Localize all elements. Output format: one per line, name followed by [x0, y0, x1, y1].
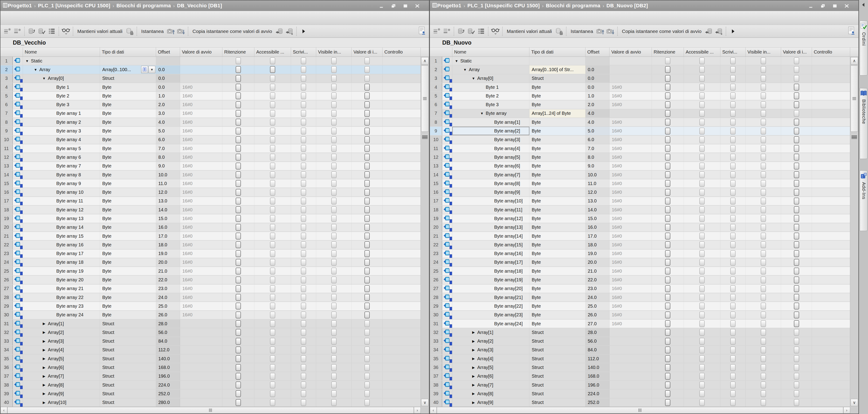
checkbox[interactable] [665, 110, 670, 117]
checkbox[interactable] [700, 154, 705, 161]
checkbox[interactable] [794, 250, 799, 257]
checkbox[interactable] [236, 75, 241, 82]
horizontal-scrollbar[interactable]: ‹› [0, 407, 421, 414]
checkbox[interactable] [270, 171, 275, 178]
start-value-cell[interactable]: 16#0 [180, 171, 222, 179]
checkbox[interactable] [365, 312, 370, 318]
name-cell[interactable]: Byte 3 [452, 100, 529, 109]
name-cell[interactable]: Byte array 2 [23, 118, 100, 126]
datatype-cell[interactable]: Struct [529, 363, 585, 372]
name-cell[interactable]: ▶Array[9] [452, 399, 529, 407]
datatype-cell[interactable]: Byte [100, 127, 156, 135]
checkbox[interactable] [794, 312, 799, 318]
start-value-cell[interactable] [180, 57, 222, 65]
checkbox[interactable] [700, 233, 705, 240]
table-row[interactable]: 28Byte array[21]Byte24.016#0 [430, 293, 850, 301]
name-cell[interactable]: Byte array[15] [452, 241, 529, 249]
checkbox[interactable] [301, 198, 306, 204]
checkbox[interactable] [301, 382, 306, 388]
start-value-cell[interactable] [180, 328, 222, 337]
checkbox[interactable] [665, 364, 670, 371]
checkbox[interactable] [270, 320, 275, 327]
table-row[interactable]: 6Byte 3Byte2.016#0 [430, 100, 850, 109]
checkbox[interactable] [665, 84, 670, 91]
checkbox[interactable] [236, 390, 241, 397]
datatype-cell[interactable]: Struct [100, 381, 156, 389]
checkbox[interactable] [236, 277, 241, 283]
checkbox[interactable] [270, 259, 275, 266]
name-cell[interactable]: Byte array 16 [23, 241, 100, 249]
name-cell[interactable]: Byte array 14 [23, 223, 100, 231]
browse-datatype-button[interactable] [141, 66, 148, 73]
column-header-valore-di-avvio[interactable]: Valore di avvio [180, 47, 222, 57]
start-value-cell[interactable] [610, 65, 652, 74]
checkbox[interactable] [301, 267, 306, 275]
checkbox[interactable] [331, 399, 337, 406]
table-row[interactable]: 22Byte array 16Byte18.016#0 [0, 241, 421, 249]
checkbox[interactable] [270, 277, 275, 283]
checkbox[interactable] [700, 215, 705, 222]
checkbox[interactable] [761, 215, 766, 222]
checkbox[interactable] [301, 57, 306, 64]
checkbox[interactable] [236, 110, 241, 117]
checkbox[interactable] [761, 302, 766, 310]
checkbox[interactable] [301, 136, 306, 143]
scroll-right-button[interactable]: › [843, 407, 850, 414]
name-cell[interactable]: Byte array[19] [452, 276, 529, 284]
checkbox[interactable] [331, 180, 337, 187]
checkbox[interactable] [301, 259, 306, 266]
checkbox[interactable] [301, 355, 306, 362]
checkbox[interactable] [761, 198, 766, 204]
side-tab-ordini[interactable]: Ordini [860, 21, 868, 75]
name-cell[interactable]: Byte array[10] [452, 197, 529, 205]
column-header-scrivi[interactable]: Scrivi... [720, 47, 746, 57]
table-row[interactable]: 19Byte array 13Byte15.016#0 [0, 214, 421, 223]
datatype-cell[interactable]: Byte [529, 320, 585, 328]
side-tab-biblioteche[interactable]: Biblioteche [860, 88, 868, 159]
expand-expander-icon[interactable]: ▶ [40, 374, 48, 378]
table-row[interactable]: 29Byte array[22]Byte25.016#0 [430, 302, 850, 310]
checkbox[interactable] [365, 267, 370, 275]
checkbox[interactable] [365, 66, 370, 73]
checkbox[interactable] [270, 285, 275, 292]
checkbox[interactable] [700, 136, 705, 143]
checkbox[interactable] [665, 233, 670, 240]
checkbox[interactable] [730, 110, 736, 117]
table-row[interactable]: 24Byte array 18Byte20.016#0 [0, 258, 421, 266]
datatype-cell[interactable]: Byte [100, 205, 156, 214]
name-cell[interactable]: Byte array 8 [23, 171, 100, 179]
checkbox[interactable] [700, 277, 705, 283]
checkbox[interactable] [270, 84, 275, 91]
table-row[interactable]: 40▶Array[9]Struct252.0 [430, 399, 850, 407]
name-cell[interactable]: Byte array 3 [23, 127, 100, 135]
start-value-cell[interactable] [610, 363, 652, 372]
datatype-cell[interactable]: Struct [100, 337, 156, 345]
checkbox[interactable] [331, 171, 337, 178]
checkbox[interactable] [365, 382, 370, 388]
datatype-cell[interactable]: Byte [529, 100, 585, 109]
expand-expander-icon[interactable]: ▶ [470, 339, 477, 343]
checkbox[interactable] [301, 312, 306, 318]
checkbox[interactable] [331, 154, 337, 161]
table-row[interactable]: 31▶Array[1]Struct28.0 [0, 320, 421, 328]
table-row[interactable]: 17Byte array[10]Byte13.016#0 [430, 197, 850, 205]
datatype-cell[interactable]: Struct [529, 354, 585, 363]
checkbox[interactable] [365, 241, 370, 248]
checkbox[interactable] [761, 180, 766, 187]
checkbox[interactable] [365, 329, 370, 336]
checkbox[interactable] [794, 399, 799, 406]
checkbox[interactable] [700, 66, 705, 73]
start-value-cell[interactable]: 16#0 [180, 223, 222, 231]
table-row[interactable]: 21Byte array 15Byte17.016#0 [0, 232, 421, 240]
app-window-icon[interactable] [432, 3, 437, 9]
checkbox[interactable] [331, 355, 337, 362]
checkbox[interactable] [730, 206, 736, 213]
start-value-cell[interactable]: 16#0 [610, 144, 652, 153]
checkbox[interactable] [270, 267, 275, 275]
name-cell[interactable]: Byte array 21 [23, 285, 100, 293]
start-value-cell[interactable]: 16#0 [610, 311, 652, 319]
start-value-cell[interactable] [610, 74, 652, 83]
checkbox[interactable] [270, 180, 275, 187]
checkbox[interactable] [665, 355, 670, 362]
name-cell[interactable]: Byte array 11 [23, 197, 100, 205]
